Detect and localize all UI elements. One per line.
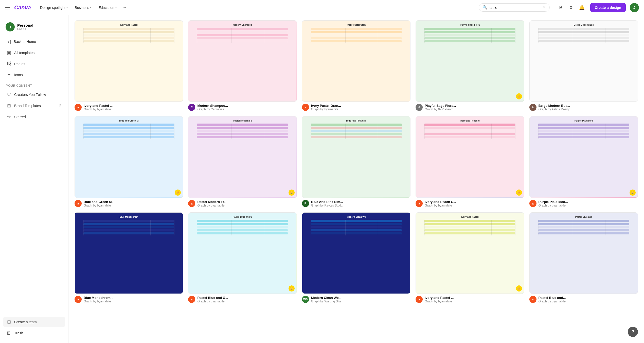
hamburger-menu[interactable] [5, 6, 10, 9]
template-info: Modern Shampoo... Graph by Canvalisa [197, 104, 297, 111]
bell-icon[interactable]: 🔔 [578, 3, 586, 12]
svg-rect-157 [538, 223, 629, 225]
creator-avatar: a [529, 200, 536, 207]
creator-avatar: A [529, 104, 536, 111]
template-card[interactable]: Ivory and Pastel 👑 a Ivory and Pastel ..… [416, 212, 524, 303]
svg-rect-127 [197, 232, 288, 234]
template-title: Ivory Pastel Oran... [311, 104, 410, 108]
svg-rect-13 [197, 28, 288, 30]
search-icon: 🔍 [482, 5, 488, 10]
template-title: Purple Plaid Mod... [539, 200, 638, 204]
template-title: Ivory and Peach C... [425, 200, 524, 204]
star-icon: ☆ [6, 114, 12, 120]
template-card[interactable]: Pastel Blue and a Pastel Blue and... Gra… [529, 212, 638, 303]
template-card[interactable]: Purple Plaid Mod 👑 a Purple Plaid Mod...… [529, 116, 638, 207]
svg-rect-147 [424, 226, 515, 228]
sidebar-item-creators-follow[interactable]: ♡ Creators You Follow [3, 90, 65, 100]
templates-icon: ▣ [6, 50, 12, 56]
template-author: Graph by byamabile [539, 204, 638, 207]
svg-rect-26 [311, 34, 402, 36]
template-card[interactable]: Blue and Green M 👑 a Blue and Green M...… [75, 116, 183, 207]
svg-rect-60 [83, 133, 174, 135]
templates-grid: Ivory and Pastel a Ivory and Pastel ... … [75, 20, 638, 303]
template-card[interactable]: Blue And Pink Sim R Blue And Pink Sim...… [302, 116, 410, 207]
settings-icon[interactable]: ⚙ [567, 3, 575, 12]
sidebar-profile-info: Personal Pro • 1 [17, 23, 33, 31]
template-author: Graph by byamabile [311, 108, 410, 111]
sidebar-item-back-to-home[interactable]: ◁ Back to Home [3, 37, 65, 47]
monitor-icon[interactable]: 🖥 [557, 3, 564, 12]
profile-name: Personal [17, 23, 33, 27]
template-title: Ivory and Pastel ... [425, 296, 524, 300]
nav-design-spotlight[interactable]: Design spotlight ▾ [37, 4, 71, 11]
svg-rect-49 [538, 37, 629, 39]
svg-rect-148 [424, 229, 515, 231]
search-bar[interactable]: 🔍 ✕ [479, 3, 550, 12]
template-meta: a Ivory and Pastel ... Graph by byamabil… [416, 296, 524, 303]
sidebar-item-create-team[interactable]: ⊞ Create a team [3, 317, 65, 327]
svg-rect-137 [311, 229, 402, 231]
sidebar-item-icons[interactable]: ✦ Icons [3, 70, 65, 80]
template-meta: a Purple Plaid Mod... Graph by byamabile [529, 200, 638, 207]
template-card[interactable]: Pastel Blue and G 👑 a Pastel Blue and G.… [188, 212, 297, 303]
search-clear-icon[interactable]: ✕ [542, 5, 546, 10]
template-card[interactable]: Ivory and Pastel a Ivory and Pastel ... … [75, 20, 183, 111]
svg-rect-104 [538, 133, 629, 135]
svg-rect-79 [311, 124, 402, 126]
template-card[interactable]: Modern Shampoo C Modern Shampoo... Graph… [188, 20, 297, 111]
template-card[interactable]: Beige Modern Bus A Beige Modern Bus... G… [529, 20, 638, 111]
user-avatar[interactable]: J [630, 3, 639, 12]
svg-rect-48 [538, 34, 629, 36]
svg-rect-134 [311, 220, 402, 222]
creators-follow-label: Creators You Follow [14, 93, 46, 97]
template-thumbnail: Blue and Green M 👑 [75, 116, 183, 198]
sidebar-profile[interactable]: J Personal Pro • 1 [3, 20, 65, 33]
svg-rect-115 [83, 229, 174, 231]
svg-rect-126 [197, 229, 288, 231]
svg-text:Blue And Pink Sim: Blue And Pink Sim [346, 119, 366, 122]
create-design-button[interactable]: Create a design [590, 3, 626, 12]
creator-avatar: a [416, 200, 423, 207]
svg-text:Pastel Modern Fe: Pastel Modern Fe [233, 119, 252, 122]
svg-rect-36 [424, 31, 515, 33]
template-title: Pastel Modern Fe... [197, 200, 297, 204]
pro-crown-badge: 👑 [289, 285, 295, 291]
search-input[interactable] [490, 6, 540, 10]
template-info: Blue And Pink Sim... Graph by Raytas Stu… [311, 200, 410, 207]
template-card[interactable]: Pastel Modern Fe 👑 a Pastel Modern Fe...… [188, 116, 297, 207]
sidebar-item-trash[interactable]: 🗑 Trash [3, 328, 65, 338]
sidebar-item-starred[interactable]: ☆ Starred [3, 112, 65, 122]
template-card[interactable]: Ivory and Peach C 👑 a Ivory and Peach C.… [416, 116, 524, 207]
svg-rect-160 [538, 232, 629, 234]
template-card[interactable]: Blue Monochrom a Blue Monochrom... Graph… [75, 212, 183, 303]
template-info: Beige Modern Bus... Graph by Aelina Desi… [539, 104, 638, 111]
svg-rect-112 [83, 220, 174, 222]
trash-icon: 🗑 [6, 330, 12, 336]
svg-text:Pastel Blue and: Pastel Blue and [575, 216, 592, 218]
creator-avatar: a [75, 296, 82, 303]
all-templates-label: All templates [14, 51, 34, 55]
svg-rect-90 [424, 124, 515, 126]
svg-rect-39 [424, 40, 515, 42]
template-thumbnail: Ivory and Peach C 👑 [416, 116, 524, 198]
template-card[interactable]: Modern Clean We WS Modern Clean We... Gr… [302, 212, 410, 303]
svg-rect-83 [311, 136, 402, 138]
sidebar-item-all-templates[interactable]: ▣ All templates [3, 48, 65, 58]
svg-rect-16 [197, 37, 288, 39]
svg-rect-72 [197, 136, 288, 138]
help-button[interactable]: ? [628, 327, 638, 337]
svg-rect-114 [83, 226, 174, 228]
nav-business[interactable]: Business ▾ [72, 4, 95, 11]
template-title: Ivory and Pastel ... [84, 104, 183, 108]
sidebar-item-photos[interactable]: 🖼 Photos [3, 59, 65, 69]
nav-education[interactable]: Education ▾ [95, 4, 119, 11]
sidebar-item-brand-templates[interactable]: ⊞ Brand Templates 🎖 [3, 101, 65, 111]
svg-rect-37 [424, 34, 515, 36]
nav-more[interactable]: ··· [121, 4, 128, 11]
template-info: Purple Plaid Mod... Graph by byamabile [539, 200, 638, 207]
chevron-down-icon: ▾ [115, 6, 117, 9]
template-card[interactable]: Ivory Pastel Oran a Ivory Pastel Oran...… [302, 20, 410, 111]
template-meta: a Ivory Pastel Oran... Graph by byamabil… [302, 104, 410, 111]
template-card[interactable]: Playful Sage Flora 👑 0 Playful Sage Flor… [416, 20, 524, 111]
pro-crown-badge: 👑 [289, 190, 295, 196]
